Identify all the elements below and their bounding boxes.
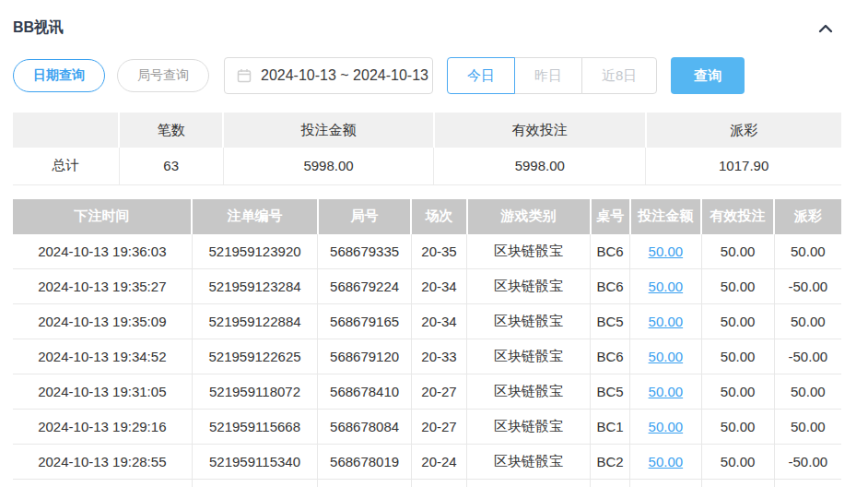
game-type: 区块链骰宝	[467, 304, 591, 339]
summary-total-label: 总计	[13, 148, 119, 184]
valid-bet: 50.00	[701, 234, 774, 269]
records-table: 下注时间 注单编号 局号 场次 游戏类别 桌号 投注金额 有效投注 派彩 202…	[13, 199, 841, 487]
valid-bet: 50.00	[701, 410, 774, 445]
summary-header-count: 笔数	[119, 113, 223, 148]
date-range-input[interactable]: 2024-10-13 ~ 2024-10-13	[224, 57, 433, 94]
col-header-payout: 派彩	[774, 199, 841, 234]
date-range-value: 2024-10-13 ~ 2024-10-13	[261, 67, 428, 84]
summary-header-bet: 投注金额	[223, 113, 433, 148]
table-row: 2024-10-13 19:35:09 521959122884 5686791…	[13, 304, 841, 339]
session: 20-27	[411, 374, 466, 410]
col-header-valid: 有效投注	[701, 199, 774, 234]
round-id: 568679335	[318, 234, 412, 269]
panel-header: BB视讯	[13, 0, 841, 38]
payout: -50.00	[774, 339, 841, 374]
summary-header-valid: 有效投注	[434, 113, 646, 148]
summary-table: 笔数 投注金额 有效投注 派彩 总计 63 5998.00 5998.00 10…	[13, 113, 841, 185]
bet-amount-link[interactable]: 50.00	[649, 279, 684, 294]
payout: 50.00	[774, 234, 841, 269]
bet-time: 2024-10-13 19:35:09	[13, 304, 192, 339]
round-id: 568679224	[318, 269, 412, 304]
payout: 50.00	[774, 410, 841, 445]
bet-amount-link[interactable]: 50.00	[649, 454, 684, 469]
tab-round-query[interactable]: 局号查询	[117, 59, 209, 92]
game-type: 区块链骰宝	[467, 374, 591, 410]
quick-range-group: 今日 昨日 近8日	[447, 57, 657, 94]
col-header-time: 下注时间	[13, 199, 192, 234]
table-row: 2024-10-13 19:35:27 521959123284 5686792…	[13, 269, 841, 304]
session: 20-27	[411, 410, 466, 445]
round-id: 568678019	[318, 445, 412, 480]
game-type: 区块链骰宝	[467, 269, 591, 304]
table-code: BC2	[591, 445, 630, 480]
calendar-icon	[237, 68, 252, 83]
col-header-bet: 投注金额	[630, 199, 701, 234]
collapse-button[interactable]	[815, 20, 836, 37]
round-id: 568678410	[318, 374, 412, 410]
summary-total-row: 总计 63 5998.00 5998.00 1017.90	[13, 148, 841, 184]
valid-bet: 50.00	[701, 269, 774, 304]
table-code: BC1	[591, 410, 630, 445]
bet-time: 2024-10-13 19:34:52	[13, 339, 192, 374]
quick-last8days-button[interactable]: 近8日	[581, 57, 657, 94]
summary-header-row: 笔数 投注金额 有效投注 派彩	[13, 113, 841, 148]
round-id: 568678084	[318, 410, 412, 445]
summary-header-blank	[13, 113, 119, 148]
session: 20-33	[411, 339, 466, 374]
bet-time: 2024-10-13 19:31:05	[13, 374, 192, 410]
payout: 50.00	[774, 374, 841, 410]
bet-amount-link[interactable]: 50.00	[649, 349, 684, 364]
panel-title: BB视讯	[13, 18, 64, 38]
table-row-partial	[13, 480, 841, 487]
table-row: 2024-10-13 19:29:16 521959115668 5686780…	[13, 410, 841, 445]
session: 20-35	[411, 234, 466, 269]
col-header-table: 桌号	[591, 199, 630, 234]
payout: 50.00	[774, 304, 841, 339]
bet-amount-link[interactable]: 50.00	[649, 314, 684, 329]
col-header-order: 注单编号	[192, 199, 318, 234]
valid-bet: 50.00	[701, 445, 774, 480]
summary-total-valid: 5998.00	[434, 148, 646, 184]
valid-bet: 50.00	[701, 374, 774, 410]
game-type: 区块链骰宝	[467, 339, 591, 374]
bet-time: 2024-10-13 19:29:16	[13, 410, 192, 445]
bet-amount-link[interactable]: 50.00	[649, 384, 684, 399]
col-header-session: 场次	[411, 199, 466, 234]
table-row: 2024-10-13 19:34:52 521959122625 5686791…	[13, 339, 841, 374]
summary-header-payout: 派彩	[646, 113, 841, 148]
col-header-round: 局号	[318, 199, 412, 234]
game-type: 区块链骰宝	[467, 234, 591, 269]
order-id: 521959115668	[192, 410, 318, 445]
order-id: 521959122625	[192, 339, 318, 374]
records-header-row: 下注时间 注单编号 局号 场次 游戏类别 桌号 投注金额 有效投注 派彩	[13, 199, 841, 234]
game-type: 区块链骰宝	[467, 445, 591, 480]
summary-total-bet: 5998.00	[223, 148, 433, 184]
session: 20-34	[411, 269, 466, 304]
summary-total-count: 63	[119, 148, 223, 184]
table-row: 2024-10-13 19:28:55 521959115340 5686780…	[13, 445, 841, 480]
table-code: BC6	[591, 234, 630, 269]
valid-bet: 50.00	[701, 304, 774, 339]
order-id: 521959123920	[192, 234, 318, 269]
session: 20-24	[411, 445, 466, 480]
table-code: BC6	[591, 269, 630, 304]
bet-time: 2024-10-13 19:28:55	[13, 445, 192, 480]
quick-yesterday-button[interactable]: 昨日	[514, 57, 582, 94]
tab-date-query[interactable]: 日期查询	[13, 59, 105, 92]
payout: -50.00	[774, 269, 841, 304]
order-id: 521959123284	[192, 269, 318, 304]
bb-video-panel: BB视讯 日期查询 局号查询 2024-10-13 ~ 2024-10-13 今…	[13, 0, 841, 487]
bet-amount-link[interactable]: 50.00	[649, 244, 684, 259]
chevron-up-icon	[817, 24, 834, 38]
search-button[interactable]: 查询	[671, 57, 745, 94]
bet-amount-link[interactable]: 50.00	[649, 419, 684, 434]
order-id: 521959122884	[192, 304, 318, 339]
quick-today-button[interactable]: 今日	[447, 57, 515, 94]
table-row: 2024-10-13 19:31:05 521959118072 5686784…	[13, 374, 841, 410]
bet-time: 2024-10-13 19:35:27	[13, 269, 192, 304]
filter-bar: 日期查询 局号查询 2024-10-13 ~ 2024-10-13 今日 昨日 …	[13, 57, 841, 94]
order-id: 521959115340	[192, 445, 318, 480]
table-code: BC6	[591, 339, 630, 374]
summary-total-payout: 1017.90	[646, 148, 841, 184]
table-row: 2024-10-13 19:36:03 521959123920 5686793…	[13, 234, 841, 269]
